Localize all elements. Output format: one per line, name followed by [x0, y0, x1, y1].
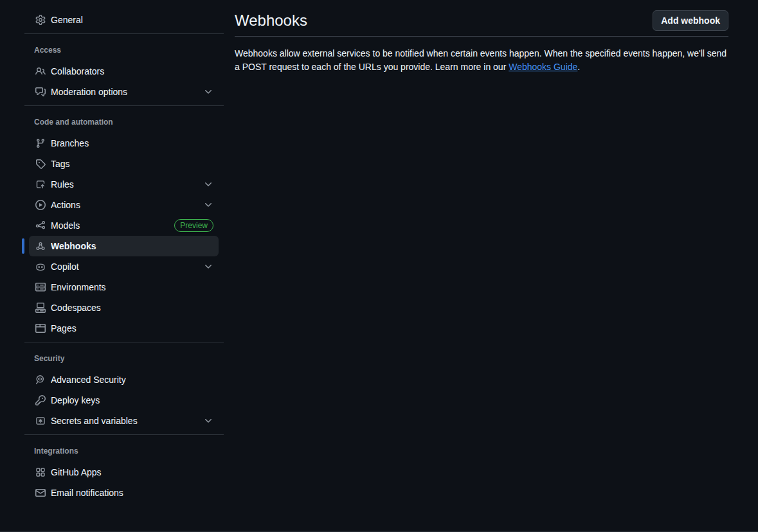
sidebar-item-models[interactable]: Models Preview [29, 215, 219, 236]
sidebar-item-email-notifications[interactable]: Email notifications [29, 483, 219, 503]
nav-section-code-and-automation: Branches Tags Rules [0, 133, 224, 339]
settings-sidebar: General Access Collaborators Moderation … [0, 0, 224, 532]
section-header-security: Security [34, 353, 224, 364]
sidebar-item-general[interactable]: General [29, 10, 219, 30]
sidebar-item-label: Environments [51, 282, 213, 292]
panel-header: Webhooks Add webhook [235, 10, 728, 37]
sidebar-item-label: Tags [51, 159, 213, 169]
sidebar-item-label: GitHub Apps [51, 467, 213, 477]
sidebar-item-advanced-security[interactable]: Advanced Security [29, 369, 219, 390]
sidebar-item-collaborators[interactable]: Collaborators [29, 61, 219, 82]
git-branch-icon [35, 138, 46, 148]
chevron-down-icon [203, 87, 213, 97]
sidebar-item-deploy-keys[interactable]: Deploy keys [29, 390, 219, 411]
description-text-end: . [577, 62, 580, 72]
mail-icon [35, 488, 46, 498]
sidebar-item-label: Models [51, 220, 169, 231]
play-icon [35, 200, 46, 210]
sidebar-item-label: Copilot [51, 262, 198, 272]
sidebar-item-actions[interactable]: Actions [29, 195, 219, 215]
nav-section-security: Advanced Security Deploy keys Secrets an… [0, 369, 224, 431]
sidebar-item-label: Moderation options [51, 87, 198, 97]
sidebar-item-label: Pages [51, 323, 213, 333]
description-text: Webhooks allow external services to be n… [235, 48, 726, 72]
chevron-down-icon [203, 262, 213, 272]
sidebar-item-label: Deploy keys [51, 395, 213, 405]
sidebar-item-label: Email notifications [51, 488, 213, 498]
active-nav-indicator [22, 238, 24, 254]
codespaces-icon [35, 303, 46, 313]
sidebar-item-github-apps[interactable]: GitHub Apps [29, 462, 219, 483]
section-header-code-and-automation: Code and automation [34, 116, 224, 128]
nav-section-access: Collaborators Moderation options [0, 61, 224, 102]
webhooks-description: Webhooks allow external services to be n… [235, 47, 728, 74]
webhooks-guide-link[interactable]: Webhooks Guide [509, 62, 577, 72]
sidebar-divider [24, 105, 224, 106]
sidebar-item-moderation-options[interactable]: Moderation options [29, 82, 219, 102]
chevron-down-icon [203, 416, 213, 426]
sidebar-item-label: Advanced Security [51, 375, 213, 385]
preview-badge: Preview [174, 219, 213, 232]
chevron-down-icon [203, 179, 213, 190]
key-icon [35, 395, 46, 405]
sidebar-item-copilot[interactable]: Copilot [29, 256, 219, 277]
browser-icon [35, 323, 46, 333]
people-icon [35, 66, 46, 76]
sidebar-item-label: Rules [51, 179, 198, 190]
codescan-icon [35, 375, 46, 385]
asterisk-box-icon [35, 416, 46, 426]
sidebar-item-label: Webhooks [51, 241, 213, 251]
sidebar-item-label: Collaborators [51, 66, 213, 76]
settings-page: General Access Collaborators Moderation … [0, 0, 758, 532]
page-title: Webhooks [235, 10, 307, 31]
sidebar-item-branches[interactable]: Branches [29, 133, 219, 154]
sidebar-item-label: Actions [51, 200, 198, 210]
nav-section-general: General [0, 10, 224, 30]
sidebar-item-pages[interactable]: Pages [29, 318, 219, 339]
sidebar-item-label: Codespaces [51, 303, 213, 313]
sidebar-item-codespaces[interactable]: Codespaces [29, 297, 219, 318]
sidebar-item-environments[interactable]: Environments [29, 277, 219, 297]
sidebar-divider [24, 342, 224, 342]
rules-icon [35, 179, 46, 190]
sidebar-item-label: General [51, 15, 213, 25]
apps-grid-icon [35, 467, 46, 477]
server-icon [35, 282, 46, 292]
ai-model-icon [35, 220, 46, 231]
comment-discussion-icon [35, 87, 46, 97]
sidebar-item-label: Branches [51, 138, 213, 148]
sidebar-item-secrets-and-variables[interactable]: Secrets and variables [29, 411, 219, 431]
section-header-access: Access [34, 44, 224, 56]
sidebar-item-rules[interactable]: Rules [29, 174, 219, 195]
sidebar-item-label: Secrets and variables [51, 416, 198, 426]
sidebar-item-webhooks[interactable]: Webhooks [29, 236, 219, 256]
sidebar-divider [24, 33, 224, 34]
nav-section-integrations: GitHub Apps Email notifications [0, 462, 224, 503]
sidebar-divider [24, 434, 224, 435]
chevron-down-icon [203, 200, 213, 210]
webhooks-settings-panel: Webhooks Add webhook Webhooks allow exte… [224, 0, 758, 532]
copilot-icon [35, 262, 46, 272]
sidebar-item-tags[interactable]: Tags [29, 154, 219, 174]
section-header-integrations: Integrations [34, 445, 224, 457]
tag-icon [35, 159, 46, 169]
gear-icon [35, 15, 46, 25]
add-webhook-button[interactable]: Add webhook [653, 10, 728, 31]
webhook-icon [35, 241, 46, 251]
